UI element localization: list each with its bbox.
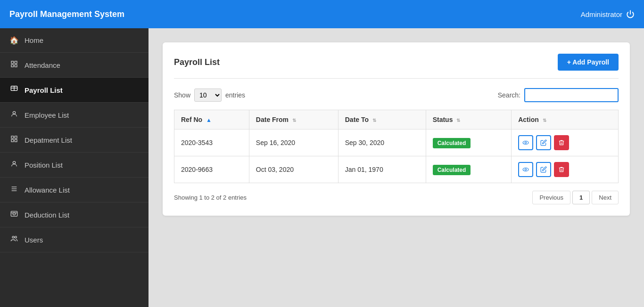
cell-ref-no: 2020-9663 [174,156,249,183]
svg-point-8 [13,112,15,114]
svg-point-23 [525,142,527,144]
pagination: Previous 1 Next [532,191,619,204]
delete-button[interactable] [554,135,569,150]
sidebar-item-label: Allowance List [25,186,70,194]
action-buttons [518,162,611,177]
col-status: Status ⇅ [426,110,512,129]
svg-point-13 [13,162,15,164]
entries-select[interactable]: 10 25 50 100 [194,89,222,102]
power-icon[interactable] [626,10,635,18]
cell-date-from: Sep 16, 2020 [249,129,338,156]
svg-rect-11 [11,139,14,142]
sidebar-item-payroll-list[interactable]: Payroll List [0,78,149,103]
status-badge: Calculated [433,165,471,175]
svg-rect-12 [15,139,17,142]
main-content: Payroll List + Add Payroll Show 10 25 50… [149,28,644,307]
entries-info: Showing 1 to 2 of 2 entries [174,194,247,201]
cell-action [512,156,619,183]
entries-label: entries [225,91,245,99]
user-info: Administrator [581,10,635,18]
home-icon: 🏠 [9,36,19,45]
svg-point-25 [525,169,527,170]
sidebar-item-employee-list[interactable]: Employee List [0,103,149,128]
view-button[interactable] [518,162,533,177]
edit-button[interactable] [536,162,551,177]
cell-status: Calculated [426,156,512,183]
svg-point-20 [12,236,14,238]
sidebar-item-attendance[interactable]: Attendance [0,53,149,78]
show-entries-control: Show 10 25 50 100 entries [174,89,245,102]
sidebar-item-department-list[interactable]: Depatment List [0,128,149,153]
sidebar-item-position-list[interactable]: Position List [0,153,149,178]
sidebar-item-label: Employee List [25,111,69,119]
view-button[interactable] [518,135,533,150]
deduction-icon [9,210,19,219]
svg-rect-2 [15,61,17,64]
svg-rect-1 [11,61,14,64]
admin-label: Administrator [581,10,622,18]
cell-action [512,129,619,156]
app-title: Payroll Management System [9,9,124,19]
search-label: Search: [498,91,520,99]
table-row: 2020-9663 Oct 03, 2020 Jan 01, 1970 Calc… [174,156,619,183]
sidebar-item-label: Home [25,36,43,44]
add-payroll-button[interactable]: + Add Payroll [558,54,619,71]
sidebar-item-label: Depatment List [25,136,72,144]
payroll-table: Ref No ▲ Date From ⇅ Date To ⇅ Status [174,110,619,183]
svg-rect-3 [11,65,14,67]
sidebar-item-label: Deduction List [25,211,69,219]
card-title: Payroll List [174,57,220,67]
sort-date-to-icon: ⇅ [372,118,376,123]
sidebar-item-label: Users [25,236,43,244]
table-footer: Showing 1 to 2 of 2 entries Previous 1 N… [174,191,619,204]
sidebar: 🏠 Home Attendance Payroll List Employee … [0,28,149,307]
position-icon [9,160,19,170]
col-action: Action ⇅ [512,110,619,129]
department-icon [9,135,19,145]
sort-action-icon: ⇅ [543,118,546,123]
svg-point-22 [523,141,528,145]
payroll-card: Payroll List + Add Payroll Show 10 25 50… [163,42,630,216]
svg-point-24 [523,168,528,171]
users-icon [9,235,19,244]
table-row: 2020-3543 Sep 16, 2020 Sep 30, 2020 Calc… [174,129,619,156]
col-ref-no: Ref No ▲ [174,110,249,129]
search-input[interactable] [524,88,619,102]
sidebar-item-label: Payroll List [25,86,63,94]
col-date-to: Date To ⇅ [338,110,426,129]
next-button[interactable]: Next [592,191,619,204]
card-header: Payroll List + Add Payroll [174,54,619,79]
page-1-button[interactable]: 1 [572,191,590,204]
sidebar-item-home[interactable]: 🏠 Home [0,28,149,53]
delete-button[interactable] [554,162,569,177]
sort-ref-no-icon: ▲ [206,117,212,123]
cell-ref-no: 2020-3543 [174,129,249,156]
sort-date-from-icon: ⇅ [292,118,296,123]
svg-rect-17 [11,211,17,217]
table-controls: Show 10 25 50 100 entries Search: [174,88,619,102]
show-label: Show [174,91,190,99]
prev-button[interactable]: Previous [532,191,570,204]
svg-point-21 [15,236,17,238]
search-control: Search: [498,88,619,102]
sidebar-item-label: Attendance [25,61,60,69]
allowance-icon [9,185,19,194]
svg-rect-9 [11,136,14,138]
cell-date-to: Sep 30, 2020 [338,129,426,156]
svg-rect-4 [15,65,17,67]
status-badge: Calculated [433,138,471,148]
svg-rect-10 [15,136,17,138]
cell-date-from: Oct 03, 2020 [249,156,338,183]
attendance-icon [9,60,19,70]
cell-date-to: Jan 01, 1970 [338,156,426,183]
sidebar-item-users[interactable]: Users [0,227,149,252]
edit-button[interactable] [536,135,551,150]
table-header-row: Ref No ▲ Date From ⇅ Date To ⇅ Status [174,110,619,129]
header: Payroll Management System Administrator [0,0,644,28]
sidebar-item-label: Position List [25,161,63,169]
employee-icon [9,110,19,120]
sidebar-item-deduction-list[interactable]: Deduction List [0,202,149,227]
col-date-from: Date From ⇅ [249,110,338,129]
sidebar-item-allowance-list[interactable]: Allowance List [0,178,149,202]
action-buttons [518,135,611,150]
